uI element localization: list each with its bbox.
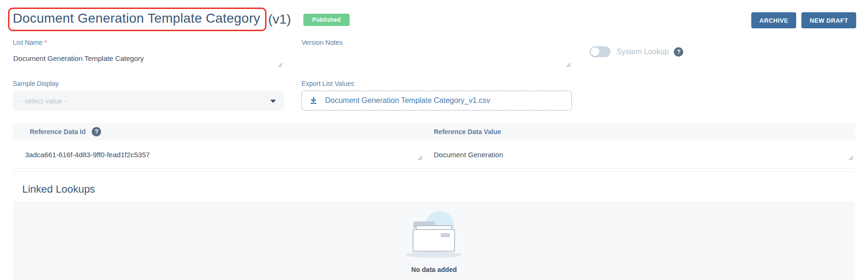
form-grid: List Name* Document Generation Template …	[0, 31, 868, 121]
folder-body	[413, 229, 455, 252]
status-badge: Published	[303, 14, 350, 26]
resize-grip-icon[interactable]	[418, 156, 422, 161]
table-header-row: Reference Data Id ? Reference Data Value	[13, 123, 855, 140]
column-header-label: Reference Data Value	[434, 128, 501, 136]
column-header-label: Reference Data Id	[30, 128, 86, 136]
title-wrap: Document Generation Template Category (v…	[13, 8, 350, 31]
linked-lookups-empty-panel: No data added	[13, 201, 855, 280]
folder-shadow	[405, 252, 462, 258]
page-header: Document Generation Template Category (v…	[0, 0, 868, 31]
empty-state-text: No data added	[411, 266, 456, 273]
column-header-reference-data-id: Reference Data Id ?	[13, 127, 430, 136]
page-title: Document Generation Template Category	[8, 8, 266, 31]
system-lookup-toggle[interactable]	[590, 46, 610, 57]
export-list-values-block: Export List Values Document Generation T…	[301, 80, 572, 110]
version-notes-textarea[interactable]	[301, 50, 572, 69]
resize-grip-icon[interactable]	[278, 63, 283, 68]
list-name-field-block: List Name* Document Generation Template …	[13, 39, 284, 69]
empty-folder-icon	[399, 211, 470, 260]
version-notes-field-block: Version Notes	[301, 39, 572, 69]
form-col-toggle: System Lookup ?	[590, 39, 856, 121]
resize-grip-icon[interactable]	[849, 156, 853, 161]
reference-data-value-textarea[interactable]: Document Generation	[430, 140, 855, 168]
lookup-detail-page: Document Generation Template Category (v…	[0, 0, 868, 280]
list-name-label-text: List Name	[13, 39, 43, 46]
chevron-down-icon	[270, 100, 276, 103]
folder-detail	[441, 233, 450, 237]
required-asterisk: *	[44, 39, 47, 46]
sample-display-label: Sample Display	[13, 80, 284, 87]
system-lookup-toggle-block: System Lookup ?	[590, 46, 856, 57]
reference-data-table: Reference Data Id ? Reference Data Value…	[13, 123, 855, 172]
list-name-label: List Name*	[13, 39, 284, 46]
version-notes-label: Version Notes	[301, 39, 572, 46]
table-row: 3adca661-616f-4d83-9ff0-fead1f2c5357 Doc…	[13, 140, 855, 169]
reference-data-value-value: Document Generation	[434, 151, 503, 159]
form-col-right: Version Notes Export List Values Documen…	[301, 39, 572, 121]
help-icon[interactable]: ?	[92, 127, 101, 136]
reference-data-id-textarea[interactable]: 3adca661-616f-4d83-9ff0-fead1f2c5357	[13, 140, 430, 168]
new-draft-button[interactable]: NEW DRAFT	[801, 12, 856, 28]
linked-lookups-section: Linked Lookups No data added	[0, 183, 868, 280]
csv-filename: Document Generation Template Category_v1…	[325, 96, 490, 105]
help-icon[interactable]: ?	[674, 47, 683, 57]
toggle-knob	[591, 47, 600, 56]
sample-display-select[interactable]: - select value -	[13, 91, 284, 110]
sample-display-field-block: Sample Display - select value -	[13, 80, 284, 110]
column-header-reference-data-value: Reference Data Value	[430, 128, 855, 136]
form-col-left: List Name* Document Generation Template …	[13, 39, 284, 121]
version-label: (v1)	[268, 12, 291, 27]
export-csv-download-button[interactable]: Document Generation Template Category_v1…	[301, 91, 572, 110]
linked-lookups-title: Linked Lookups	[22, 183, 868, 195]
select-placeholder: - select value -	[20, 97, 67, 105]
system-lookup-label: System Lookup	[617, 48, 669, 56]
archive-button[interactable]: ARCHIVE	[751, 12, 796, 28]
download-icon	[309, 96, 318, 105]
list-name-value: Document Generation Template Category	[13, 54, 144, 62]
header-actions: ARCHIVE NEW DRAFT	[751, 12, 856, 28]
reference-data-id-value: 3adca661-616f-4d83-9ff0-fead1f2c5357	[25, 151, 150, 159]
export-list-values-label: Export List Values	[301, 80, 572, 87]
table-bottom-divider	[13, 169, 855, 172]
list-name-textarea[interactable]: Document Generation Template Category	[13, 50, 284, 69]
resize-grip-icon[interactable]	[566, 63, 571, 68]
